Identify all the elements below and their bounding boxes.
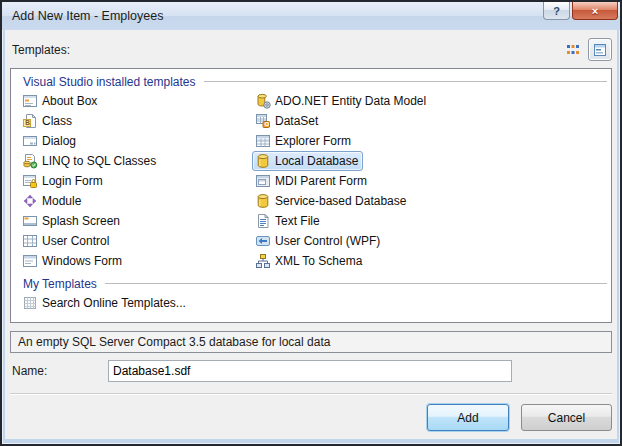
template-item-search-online-templates[interactable]: Search Online Templates...: [19, 293, 191, 313]
template-item-label: Search Online Templates...: [42, 296, 186, 310]
svg-text:O: O: [264, 121, 269, 127]
template-item-label: Class: [42, 114, 72, 128]
template-item-label: MDI Parent Form: [275, 174, 367, 188]
add-new-item-dialog: Add New Item - Employees ? × Templates: …: [0, 0, 622, 446]
installed-templates-grid: About BoxADO.NET Entity Data ModelBClass…: [19, 91, 611, 271]
template-item-module[interactable]: Module: [19, 191, 86, 211]
template-item-label: Dialog: [42, 134, 76, 148]
template-item-class[interactable]: BClass: [19, 111, 77, 131]
template-item-explorer-form[interactable]: Explorer Form: [252, 131, 356, 151]
template-item-about-box[interactable]: About Box: [19, 91, 102, 111]
template-item-ado-net-entity-data-model[interactable]: ADO.NET Entity Data Model: [252, 91, 431, 111]
template-item-label: User Control: [42, 234, 109, 248]
windows-form-icon: [22, 253, 38, 269]
templates-list[interactable]: Visual Studio installed templates About …: [10, 68, 612, 323]
template-item-linq-to-sql-classes[interactable]: LINQ to SQL Classes: [19, 151, 161, 171]
section-title-installed: Visual Studio installed templates: [23, 75, 196, 89]
section-title-my-templates: My Templates: [23, 277, 97, 291]
dialog-client-area: Templates: Visual Studio installed templ…: [5, 30, 617, 439]
section-header-my-templates: My Templates: [23, 276, 607, 291]
template-item-label: Text File: [275, 214, 320, 228]
module-icon: [22, 193, 38, 209]
dataset-icon: O: [255, 113, 271, 129]
help-icon: ?: [553, 5, 560, 17]
login-form-icon: [22, 173, 38, 189]
template-item-mdi-parent-form[interactable]: MDI Parent Form: [252, 171, 372, 191]
template-item-windows-form[interactable]: Windows Form: [19, 251, 127, 271]
database-icon: [255, 193, 271, 209]
template-item-splash-screen[interactable]: Splash Screen: [19, 211, 125, 231]
templates-label: Templates:: [12, 43, 70, 57]
name-input[interactable]: [108, 360, 512, 382]
template-item-service-based-database[interactable]: Service-based Database: [252, 191, 411, 211]
template-item-user-control[interactable]: User Control: [19, 231, 114, 251]
section-header-installed: Visual Studio installed templates: [23, 74, 607, 89]
linq-sql-icon: [22, 153, 38, 169]
small-icons-view-button[interactable]: [561, 38, 585, 61]
cancel-button[interactable]: Cancel: [521, 404, 612, 431]
template-item-label: Explorer Form: [275, 134, 351, 148]
template-item-label: Local Database: [275, 154, 358, 168]
help-button[interactable]: ?: [543, 2, 570, 20]
template-item-text-file[interactable]: Text File: [252, 211, 325, 231]
details-view-icon: [592, 42, 608, 58]
close-icon: ×: [592, 5, 598, 17]
user-control-icon: [22, 233, 38, 249]
about-form-icon: [22, 93, 38, 109]
my-templates-grid: Search Online Templates...: [19, 293, 611, 313]
template-item-label: Service-based Database: [275, 194, 406, 208]
details-view-button[interactable]: [588, 38, 612, 61]
ado-entity-icon: [255, 93, 271, 109]
database-icon: [255, 153, 271, 169]
template-item-user-control-wpf[interactable]: User Control (WPF): [252, 231, 385, 251]
text-file-icon: [255, 213, 271, 229]
titlebar[interactable]: Add New Item - Employees: [2, 2, 620, 30]
window-title: Add New Item - Employees: [12, 9, 163, 23]
add-button[interactable]: Add: [427, 404, 509, 431]
template-item-label: Windows Form: [42, 254, 122, 268]
separator: [10, 393, 612, 395]
class-vb-icon: B: [22, 113, 38, 129]
template-item-label: User Control (WPF): [275, 234, 380, 248]
section-rule: [105, 283, 607, 284]
template-description: An empty SQL Server Compact 3.5 database…: [18, 335, 330, 349]
mdi-form-icon: [255, 173, 271, 189]
dialog-icon: [22, 133, 38, 149]
explorer-form-icon: [255, 133, 271, 149]
section-rule: [204, 81, 607, 82]
template-item-login-form[interactable]: Login Form: [19, 171, 108, 191]
svg-text:B: B: [25, 119, 30, 126]
template-item-label: DataSet: [275, 114, 318, 128]
template-item-label: Module: [42, 194, 81, 208]
template-item-label: Login Form: [42, 174, 103, 188]
template-item-label: XML To Schema: [275, 254, 362, 268]
template-item-label: About Box: [42, 94, 97, 108]
view-toggle-group: [561, 38, 612, 61]
template-description-bar: An empty SQL Server Compact 3.5 database…: [10, 331, 612, 353]
template-item-xml-to-schema[interactable]: XML To Schema: [252, 251, 367, 271]
splash-icon: [22, 213, 38, 229]
template-item-label: ADO.NET Entity Data Model: [275, 94, 426, 108]
xml-schema-icon: [255, 253, 271, 269]
search-online-icon: [22, 295, 38, 311]
small-icons-view-icon: [565, 42, 581, 58]
name-label: Name:: [12, 360, 47, 382]
template-item-label: Splash Screen: [42, 214, 120, 228]
close-button[interactable]: ×: [572, 2, 618, 20]
template-item-dataset[interactable]: ODataSet: [252, 111, 323, 131]
template-item-dialog[interactable]: Dialog: [19, 131, 81, 151]
wpf-control-icon: [255, 233, 271, 249]
template-item-label: LINQ to SQL Classes: [42, 154, 156, 168]
template-item-local-database[interactable]: Local Database: [252, 151, 363, 171]
